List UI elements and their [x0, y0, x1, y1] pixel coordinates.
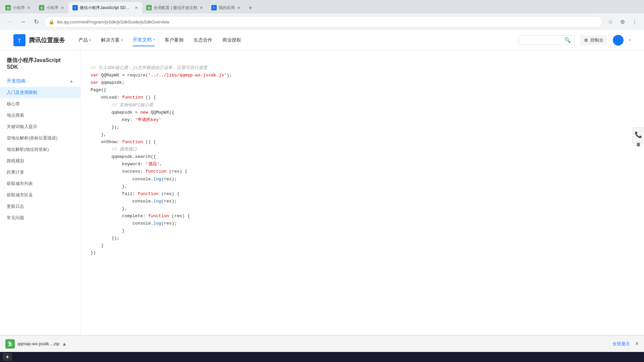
tab-favicon-4: 微: [146, 5, 152, 10]
code-line-3: Page({: [91, 87, 106, 93]
show-all-button[interactable]: 全部显示: [612, 341, 630, 347]
sidebar-item-citylist[interactable]: 获取城市列表: [0, 178, 80, 189]
close-download-button[interactable]: ×: [635, 340, 639, 347]
sidebar-item-search[interactable]: 地点搜索: [0, 110, 80, 121]
browser-tab-1[interactable]: 微 小程序 ×: [1, 2, 35, 13]
sidebar-item-changelog[interactable]: 更新日志: [0, 201, 80, 212]
code-line-14: console.log(res);: [91, 199, 177, 204]
svg-text:微: 微: [40, 6, 43, 10]
nav-label-product: 产品: [78, 37, 88, 43]
code-line-6: });: [91, 125, 119, 130]
nav-item-cases[interactable]: 客户案例: [165, 35, 183, 46]
code-keyword-fn2: function: [122, 139, 143, 144]
code-line-13: fail: function (res) {: [91, 191, 179, 196]
code-line-18: }: [91, 228, 124, 233]
page-container: T 腾讯位置服务 产品 ▾ 解决方案 ▾ 开发文档 ▾ 客户案例 生态合作: [0, 30, 644, 362]
browser-tab-3[interactable]: T 微信小程序JavaScript SDK | 腾... ×: [68, 2, 142, 13]
search-icon[interactable]: 🔍: [564, 37, 571, 43]
code-string-path: '../../libs/qqmap-wx-jssdk.js': [148, 73, 227, 78]
code-plain-qqmapsdk: qqmapsdk;: [101, 80, 124, 85]
code-line-onshow: onShow: function () {: [91, 139, 156, 144]
code-plain-require-paren: (: [146, 73, 148, 78]
browser-chrome: 微 小程序 × 微 小程序 × T 微信小程序JavaScript SDK | …: [0, 0, 644, 30]
extension-button[interactable]: ⚙: [617, 16, 628, 27]
tab-label-2: 小程序: [46, 5, 58, 11]
nav-item-biz[interactable]: 商业授权: [222, 35, 241, 46]
search-box[interactable]: 🔍: [518, 35, 575, 45]
sidebar-item-distance[interactable]: 距离计算: [0, 167, 80, 178]
svg-text:T: T: [74, 6, 76, 10]
customer-service-float[interactable]: 📞 联系客服: [632, 127, 644, 143]
svg-text:T: T: [213, 6, 215, 10]
code-comment-1: // 引入SDK核心类，js文件根据自己业务，位置可自行放置: [91, 65, 207, 70]
address-bar[interactable]: 🔒 lbs.qq.com/miniProgram/jsSdk/jsSdkGuid…: [44, 16, 602, 27]
code-line-12: },: [91, 184, 127, 189]
download-expand-arrow[interactable]: ▲: [62, 341, 67, 347]
nav-label-devdoc: 开发文档: [133, 37, 152, 43]
nav-item-devdoc[interactable]: 开发文档 ▾: [133, 34, 155, 46]
code-line-9: keyword: '酒店',: [91, 162, 162, 167]
tab-close-1[interactable]: ×: [27, 4, 31, 11]
zip-icon: 🗜: [8, 341, 12, 347]
back-button[interactable]: ←: [4, 16, 15, 27]
tab-close-3[interactable]: ×: [134, 4, 138, 11]
download-bar: 🗜 qqmap-wx-jssdk....zip ▲ 全部显示 ×: [0, 335, 644, 352]
tab-close-4[interactable]: ×: [199, 4, 203, 11]
nav-menu: 产品 ▾ 解决方案 ▾ 开发文档 ▾ 客户案例 生态合作 商业授权: [78, 34, 505, 46]
refresh-button[interactable]: ↻: [31, 16, 42, 27]
browser-tab-2[interactable]: 微 小程序 ×: [35, 2, 68, 13]
browser-tab-5[interactable]: T 我的应用 ×: [207, 2, 245, 13]
code-line-1: var QQMapWX = require('../../libs/qqmap-…: [91, 73, 232, 78]
sidebar-item-keyword[interactable]: 关键词输入提示: [0, 121, 80, 132]
sidebar-item-route[interactable]: 路线规划: [0, 155, 80, 167]
code-line-15: },: [91, 206, 127, 211]
sidebar-item-geocode[interactable]: 地址解析(地址转坐标): [0, 144, 80, 155]
download-actions: 全部显示 ×: [612, 340, 639, 347]
sidebar-item-intro[interactable]: 入门及使用限制: [0, 87, 80, 98]
logo-icon: T: [13, 34, 25, 46]
avatar[interactable]: 👤: [613, 35, 624, 46]
forward-button[interactable]: →: [17, 16, 28, 27]
code-plain-require-close: );: [227, 73, 232, 78]
code-string-keyword: '酒店': [146, 162, 160, 167]
code-keyword-var1: var: [91, 73, 98, 78]
tab-close-2[interactable]: ×: [60, 4, 64, 11]
code-line-17: console.log(res);: [91, 221, 177, 226]
code-plain-page: Page({: [91, 87, 106, 93]
svg-text:微: 微: [148, 6, 151, 10]
nav-label-solution: 解决方案: [101, 37, 120, 43]
bookmark-button[interactable]: ☆: [605, 16, 616, 27]
nav-item-product[interactable]: 产品 ▾: [78, 35, 91, 46]
start-button[interactable]: +: [3, 353, 12, 361]
sidebar-item-faq[interactable]: 常见问题: [0, 212, 80, 224]
code-line-8: qqmapsdk.search({: [91, 154, 156, 159]
avatar-icon: 👤: [615, 38, 621, 43]
sidebar-item-core[interactable]: 核心类: [0, 98, 80, 110]
taskbar: +: [0, 352, 644, 362]
code-line-11: console.log(res);: [91, 177, 177, 182]
code-line-5: key: '申请的key': [91, 117, 161, 122]
avatar-arrow[interactable]: ▾: [629, 38, 631, 42]
lock-icon: 🔒: [49, 19, 54, 24]
sidebar-section-header-devguide[interactable]: 开发指南 ▲: [0, 75, 80, 87]
tab-label-1: 小程序: [13, 5, 25, 11]
code-keyword-fn3: function: [146, 169, 166, 174]
code-plain-qqmapwx: QQMapWX =: [101, 73, 127, 78]
tab-favicon-5: T: [211, 5, 217, 10]
nav-label-cases: 客户案例: [165, 37, 183, 43]
tab-close-5[interactable]: ×: [237, 4, 241, 11]
search-input[interactable]: [522, 38, 562, 43]
code-comment-3: // 调用接口: [91, 147, 137, 152]
nav-item-eco[interactable]: 生态合作: [194, 35, 212, 46]
browser-tab-4[interactable]: 微 全局配置 | 微信开放文档 ×: [142, 2, 207, 13]
sidebar-item-reverse-geocode[interactable]: 逆地址解析(坐标位置描述): [0, 132, 80, 144]
code-keyword-var2: var: [91, 80, 98, 85]
svg-text:微: 微: [7, 6, 10, 10]
new-tab-button[interactable]: +: [245, 3, 256, 13]
sidebar-item-district[interactable]: 获取城市区县: [0, 189, 80, 201]
sidebar: 微信小程序JavaScript SDK 开发指南 ▲ 入门及使用限制 核心类 地…: [0, 50, 80, 362]
control-button[interactable]: ⚙ 控制台: [580, 35, 607, 45]
nav-item-solution[interactable]: 解决方案 ▾: [101, 35, 123, 46]
code-container: // 引入SDK核心类，js文件根据自己业务，位置可自行放置 var QQMap…: [80, 50, 644, 271]
menu-button[interactable]: ⋮: [629, 16, 640, 27]
